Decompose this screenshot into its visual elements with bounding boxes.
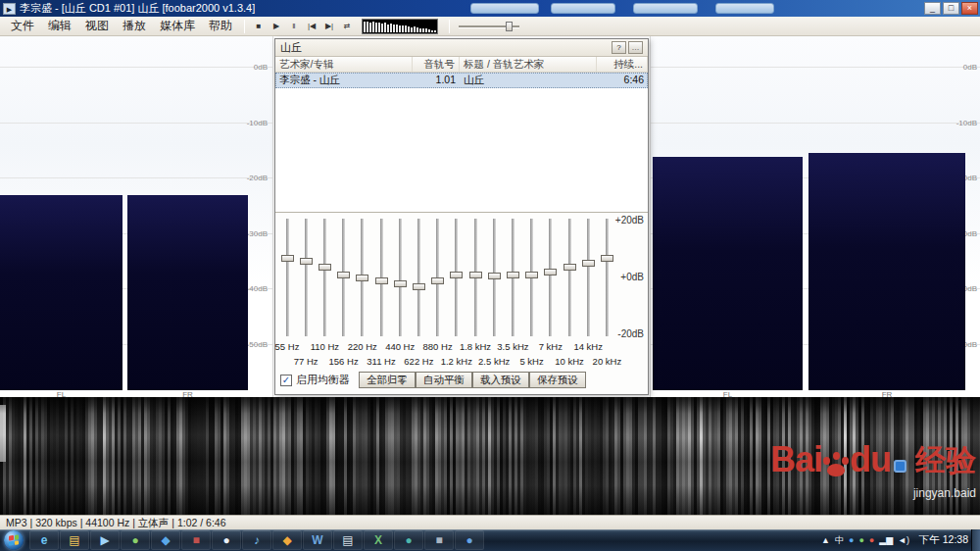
eq-band-track[interactable] (399, 219, 402, 336)
eq-band-handle[interactable] (300, 258, 313, 265)
volume-icon[interactable]: ◄) (898, 536, 909, 545)
baidu-logo-row: Bai du 经验 (770, 442, 976, 477)
ie-icon[interactable]: e (29, 530, 59, 550)
eq-button-4[interactable]: 保存预设 (529, 372, 586, 388)
background-window-fragment (715, 3, 774, 14)
column-header-0[interactable]: 艺术家/专辑 (275, 57, 413, 72)
menu-item-4[interactable]: 播放 (116, 16, 153, 36)
start-button[interactable] (4, 530, 24, 550)
eq-button-2[interactable]: 自动平衡 (416, 372, 472, 388)
eq-band-handle[interactable] (337, 272, 350, 278)
menu-item-2[interactable]: 编辑 (41, 16, 78, 36)
eq-band-handle[interactable] (431, 277, 444, 284)
eq-band-handle[interactable] (469, 272, 482, 278)
help-button[interactable]: ? (612, 41, 626, 54)
pause-button[interactable]: ‖ (285, 19, 303, 34)
eq-band-handle[interactable] (318, 264, 331, 271)
eq-band-track[interactable] (606, 219, 609, 336)
maximize-button[interactable]: □ (943, 2, 959, 15)
column-header-1[interactable]: 音轨号 (413, 57, 460, 72)
teal-app-icon[interactable]: ● (394, 530, 423, 550)
eq-button-1[interactable]: 全部归零 (359, 372, 416, 388)
eq-band-track[interactable] (305, 219, 308, 336)
folder-icon[interactable]: ▤ (60, 530, 89, 550)
volume-handle[interactable] (506, 22, 513, 31)
eq-freq-label: 440 Hz (378, 341, 421, 352)
column-header-3[interactable]: 持续... (597, 57, 648, 72)
green-app-icon[interactable]: ● (121, 530, 150, 550)
close-button[interactable]: × (961, 2, 978, 15)
eq-freq-label: 14 kHz (566, 341, 610, 352)
menu-item-6[interactable]: 帮助 (202, 16, 239, 36)
menu-item-5[interactable]: 媒体库 (153, 16, 202, 36)
column-header-2[interactable]: 标题 / 音轨艺术家 (460, 57, 597, 72)
meter-scale-label: -30dB (247, 229, 268, 238)
minimize-button[interactable]: _ (924, 2, 941, 15)
eq-band-track[interactable] (568, 219, 571, 336)
windows-flag-icon (9, 534, 19, 545)
chat-app-icon[interactable]: ● (212, 530, 241, 550)
network-icon[interactable]: ▂▆ (879, 536, 893, 545)
playlist-cell-2: 山丘 (460, 73, 597, 88)
tray-expand-icon[interactable]: ▲ (821, 536, 830, 545)
playlist-window-title: 山丘 (280, 40, 610, 55)
eq-band-track[interactable] (587, 219, 590, 336)
enable-eq-checkbox[interactable]: ✓ (280, 375, 292, 386)
eq-band-handle[interactable] (356, 275, 368, 281)
volume-slider[interactable] (459, 19, 519, 34)
word-icon[interactable]: W (303, 530, 332, 550)
eq-band-handle[interactable] (582, 260, 595, 267)
eq-band-handle[interactable] (544, 269, 557, 276)
blue-app-icon[interactable]: ◆ (151, 530, 180, 550)
next-button[interactable]: ▶| (320, 19, 338, 34)
show-desktop-button[interactable] (971, 529, 980, 551)
blue2-app-icon[interactable]: ● (455, 530, 484, 550)
tray-blue-icon[interactable]: ● (849, 536, 854, 545)
gray-app-icon[interactable]: ■ (424, 530, 454, 550)
tray-red-icon[interactable]: ● (869, 536, 874, 545)
play-button[interactable]: ▶ (268, 19, 285, 34)
media-player-icon[interactable]: ▶ (90, 530, 120, 550)
meter-gridline (0, 177, 272, 178)
eq-freq-label: 156 Hz (322, 356, 366, 367)
mini-spectrum-bar (364, 22, 366, 32)
eq-button-3[interactable]: 载入预设 (472, 372, 529, 388)
eq-band-track[interactable] (549, 219, 552, 336)
tray-green-icon[interactable]: ● (858, 536, 863, 545)
more-button[interactable]: … (628, 41, 643, 54)
eq-band-track[interactable] (323, 219, 326, 336)
menu-item-1[interactable]: 文件 (4, 16, 41, 36)
prev-button[interactable]: |◀ (303, 19, 320, 34)
eq-band-handle[interactable] (525, 272, 538, 278)
eq-band-track[interactable] (417, 219, 420, 336)
eq-band-handle[interactable] (601, 255, 613, 262)
eq-band-handle[interactable] (281, 255, 294, 262)
eq-band-handle[interactable] (488, 273, 501, 279)
eq-band-handle[interactable] (394, 280, 407, 287)
eq-band-handle[interactable] (375, 277, 388, 284)
background-window-fragment (470, 3, 539, 14)
menu-item-3[interactable]: 视图 (78, 16, 116, 36)
stop-button[interactable]: ■ (250, 19, 268, 34)
playlist-window-titlebar[interactable]: 山丘 ? … (275, 39, 648, 57)
eq-band-handle[interactable] (413, 283, 425, 290)
eq-band-handle[interactable] (450, 272, 463, 278)
playlist-empty-area[interactable] (275, 88, 648, 212)
taskbar-clock[interactable]: 下午 12:38 (919, 529, 968, 551)
background-window-fragment (633, 3, 698, 14)
playlist-row[interactable]: 李宗盛 - 山丘1.01山丘6:46 (275, 73, 648, 88)
eq-band-track[interactable] (286, 219, 289, 336)
ime-icon[interactable]: 中 (835, 536, 844, 545)
excel-icon[interactable]: X (364, 530, 393, 550)
orange-app-icon[interactable]: ◆ (272, 530, 302, 550)
music-app-icon[interactable]: ♪ (242, 530, 271, 550)
notepad-icon[interactable]: ▤ (333, 530, 363, 550)
mini-spectrum-bar (434, 30, 436, 32)
random-button[interactable]: ⇄ (338, 19, 356, 34)
meter-gridline (651, 67, 980, 68)
baidu-watermark: Bai du 经验 jingyan.baid (770, 442, 976, 500)
mini-spectrum-bar (375, 23, 377, 32)
eq-band-handle[interactable] (507, 272, 519, 278)
red-app-icon[interactable]: ■ (181, 530, 211, 550)
eq-band-handle[interactable] (564, 264, 576, 271)
